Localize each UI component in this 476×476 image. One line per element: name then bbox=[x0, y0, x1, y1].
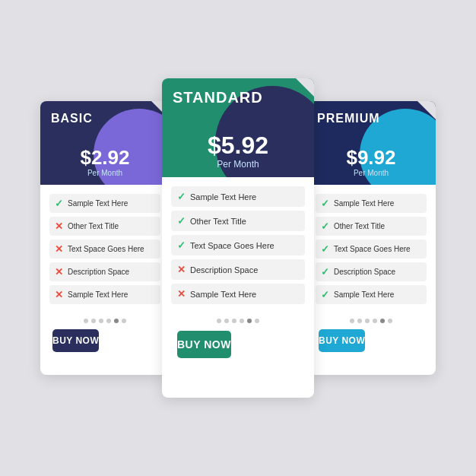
feature-text: Sample Text Here bbox=[190, 290, 256, 299]
list-item: ✕Text Space Goes Here bbox=[49, 240, 160, 259]
list-item: ✓Sample Text Here bbox=[316, 285, 427, 304]
list-item: ✓Text Space Goes Here bbox=[171, 235, 305, 255]
pricing-container: BASIC$2.92Per Month✓Sample Text Here✕Oth… bbox=[33, 63, 443, 413]
dot bbox=[388, 319, 392, 323]
feature-text: Sample Text Here bbox=[334, 290, 394, 299]
standard-price-area: $5.92Per Month bbox=[162, 133, 314, 170]
premium-features-list: ✓Sample Text Here✓Other Text Title✓Text … bbox=[306, 185, 436, 314]
premium-dots bbox=[306, 319, 436, 323]
list-item: ✓Sample Text Here bbox=[316, 194, 427, 213]
dot bbox=[380, 319, 385, 323]
feature-text: Text Space Goes Here bbox=[190, 241, 274, 250]
card-standard: STANDARD$5.92Per Month✓Sample Text Here✓… bbox=[162, 78, 314, 398]
dot bbox=[357, 319, 362, 323]
premium-price-period: Per Month bbox=[306, 169, 436, 177]
dot bbox=[224, 319, 229, 323]
cross-icon: ✕ bbox=[177, 264, 186, 275]
standard-buy-button[interactable]: BUY NOW bbox=[177, 331, 231, 358]
cross-icon: ✕ bbox=[55, 221, 63, 232]
feature-text: Description Space bbox=[68, 268, 129, 276]
feature-text: Text Space Goes Here bbox=[68, 245, 144, 253]
check-icon: ✓ bbox=[177, 191, 186, 202]
check-icon: ✓ bbox=[321, 289, 329, 300]
cross-icon: ✕ bbox=[55, 289, 63, 300]
standard-price-amount: $5.92 bbox=[162, 133, 314, 157]
dot bbox=[365, 319, 370, 323]
dot bbox=[255, 319, 259, 323]
cross-icon: ✕ bbox=[177, 288, 186, 300]
dot bbox=[122, 319, 126, 323]
dot bbox=[247, 319, 252, 323]
feature-text: Other Text Title bbox=[68, 222, 119, 230]
feature-text: Sample Text Here bbox=[68, 199, 128, 208]
list-item: ✓Sample Text Here bbox=[49, 194, 160, 213]
feature-text: Sample Text Here bbox=[334, 199, 394, 208]
premium-buy-button[interactable]: BUY NOW bbox=[319, 329, 365, 352]
premium-plan-label: PREMIUM bbox=[317, 112, 380, 125]
dot bbox=[91, 319, 96, 323]
feature-text: Sample Text Here bbox=[190, 192, 256, 202]
list-item: ✕Sample Text Here bbox=[171, 284, 305, 304]
basic-price-period: Per Month bbox=[40, 169, 170, 177]
list-item: ✕Description Space bbox=[171, 259, 305, 280]
list-item: ✓Other Text Title bbox=[316, 217, 427, 236]
standard-features-list: ✓Sample Text Here✓Other Text Title✓Text … bbox=[162, 177, 314, 314]
card-basic: BASIC$2.92Per Month✓Sample Text Here✕Oth… bbox=[40, 101, 170, 375]
basic-price-area: $2.92Per Month bbox=[40, 148, 170, 177]
dot bbox=[240, 319, 244, 323]
dot bbox=[350, 319, 354, 323]
check-icon: ✓ bbox=[177, 215, 186, 227]
check-icon: ✓ bbox=[321, 221, 329, 232]
check-icon: ✓ bbox=[321, 266, 329, 278]
corner-fold bbox=[296, 78, 314, 97]
dot bbox=[106, 319, 111, 323]
check-icon: ✓ bbox=[321, 243, 329, 255]
dot bbox=[373, 319, 377, 323]
feature-text: Description Space bbox=[190, 265, 258, 274]
list-item: ✓Description Space bbox=[316, 262, 427, 281]
basic-plan-label: BASIC bbox=[51, 112, 93, 125]
standard-plan-label: STANDARD bbox=[173, 89, 263, 106]
dot bbox=[99, 319, 103, 323]
basic-price-amount: $2.92 bbox=[40, 148, 170, 167]
basic-features-list: ✓Sample Text Here✕Other Text Title✕Text … bbox=[40, 185, 170, 314]
dot bbox=[232, 319, 236, 323]
list-item: ✕Sample Text Here bbox=[49, 285, 160, 304]
check-icon: ✓ bbox=[55, 198, 63, 209]
corner-fold bbox=[417, 101, 436, 119]
dot bbox=[114, 319, 119, 323]
list-item: ✓Sample Text Here bbox=[171, 186, 305, 207]
dot bbox=[217, 319, 221, 323]
feature-text: Sample Text Here bbox=[68, 290, 128, 299]
standard-price-period: Per Month bbox=[162, 159, 314, 170]
basic-header: BASIC$2.92Per Month bbox=[40, 101, 170, 185]
check-icon: ✓ bbox=[177, 240, 186, 251]
standard-header: STANDARD$5.92Per Month bbox=[162, 78, 314, 177]
basic-buy-button[interactable]: BUY NOW bbox=[52, 329, 99, 352]
feature-text: Description Space bbox=[334, 268, 395, 276]
premium-price-amount: $9.92 bbox=[306, 148, 436, 167]
list-item: ✕Other Text Title bbox=[49, 217, 160, 236]
list-item: ✓Text Space Goes Here bbox=[316, 240, 427, 259]
cross-icon: ✕ bbox=[55, 243, 63, 255]
basic-dots bbox=[40, 319, 170, 323]
premium-header: PREMIUM$9.92Per Month bbox=[306, 101, 436, 185]
list-item: ✕Description Space bbox=[49, 262, 160, 281]
check-icon: ✓ bbox=[321, 198, 329, 209]
feature-text: Other Text Title bbox=[190, 217, 246, 226]
feature-text: Other Text Title bbox=[334, 222, 385, 230]
standard-dots bbox=[162, 319, 314, 323]
list-item: ✓Other Text Title bbox=[171, 211, 305, 231]
feature-text: Text Space Goes Here bbox=[334, 245, 411, 253]
card-premium: PREMIUM$9.92Per Month✓Sample Text Here✓O… bbox=[306, 101, 436, 375]
cross-icon: ✕ bbox=[55, 266, 63, 278]
premium-price-area: $9.92Per Month bbox=[306, 148, 436, 177]
dot bbox=[84, 319, 88, 323]
